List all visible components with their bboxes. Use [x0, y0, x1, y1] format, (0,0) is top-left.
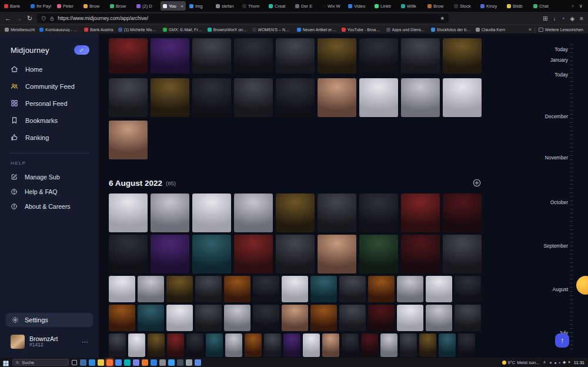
- archive-thumbnail[interactable]: [234, 78, 273, 117]
- archive-thumbnail[interactable]: [318, 235, 356, 273]
- toolbar-extension-icon[interactable]: ⊞: [543, 15, 547, 22]
- archive-thumbnail[interactable]: [192, 38, 231, 74]
- archive-thumbnail[interactable]: [109, 276, 135, 302]
- archive-thumbnail[interactable]: [109, 305, 135, 331]
- archive-thumbnail[interactable]: [310, 305, 337, 331]
- archive-thumbnail[interactable]: [443, 38, 482, 74]
- archive-thumbnail[interactable]: [322, 333, 339, 357]
- scroll-to-top-button[interactable]: ↑: [555, 333, 569, 348]
- browser-tab[interactable]: Chat: [531, 1, 556, 11]
- taskbar-app-icon[interactable]: [168, 359, 175, 366]
- url-bar[interactable]: https://www.midjourney.com/app/archive/ …: [37, 14, 449, 23]
- timeline-month-january[interactable]: January: [550, 57, 568, 63]
- archive-thumbnail[interactable]: [151, 235, 189, 273]
- archive-thumbnail[interactable]: [443, 235, 482, 273]
- archive-thumbnail[interactable]: [455, 276, 481, 302]
- archive-thumbnail[interactable]: [109, 193, 148, 232]
- tray-icon[interactable]: ▾: [568, 360, 570, 365]
- browser-tab[interactable]: Willk: [399, 1, 424, 11]
- archive-thumbnail[interactable]: [109, 38, 148, 74]
- user-menu-icon[interactable]: ⋯: [82, 338, 88, 346]
- archive-thumbnail[interactable]: [283, 333, 300, 357]
- new-prompt-button[interactable]: [74, 45, 89, 55]
- browser-tab[interactable]: Brow: [425, 1, 450, 11]
- archive-thumbnail[interactable]: [318, 193, 356, 232]
- shield-icon[interactable]: [41, 16, 46, 21]
- tray-icon[interactable]: ●: [554, 361, 556, 365]
- archive-thumbnail[interactable]: [426, 305, 452, 331]
- archive-thumbnail[interactable]: [234, 38, 273, 74]
- tray-icon[interactable]: ▴: [550, 360, 552, 365]
- browser-tab[interactable]: Brow: [108, 1, 133, 11]
- archive-thumbnail[interactable]: [359, 193, 398, 232]
- archive-thumbnail[interactable]: [282, 305, 308, 331]
- taskbar-app-icon[interactable]: [142, 359, 148, 366]
- bookmark-item[interactable]: (1) Michelle Monique...: [118, 28, 158, 32]
- reload-button[interactable]: ↻: [27, 15, 32, 22]
- browser-tab[interactable]: Bank: [2, 1, 27, 11]
- archive-thumbnail[interactable]: [276, 235, 315, 273]
- browser-tab[interactable]: Stock: [452, 1, 477, 11]
- archive-thumbnail[interactable]: [359, 38, 398, 74]
- archive-thumbnail[interactable]: [397, 305, 423, 331]
- sidebar-item-settings[interactable]: Settings: [6, 313, 93, 327]
- bookmark-item[interactable]: Meistbesucht: [5, 28, 35, 32]
- archive-thumbnail[interactable]: [109, 78, 148, 117]
- archive-thumbnail[interactable]: [310, 276, 337, 302]
- archive-thumbnail[interactable]: [192, 78, 231, 117]
- back-button[interactable]: ←: [5, 15, 11, 22]
- toolbar-extension-icon[interactable]: ↓: [553, 15, 556, 22]
- sidebar-item-ranking[interactable]: Ranking: [0, 129, 99, 146]
- archive-thumbnail[interactable]: [253, 276, 279, 302]
- archive-thumbnail[interactable]: [443, 193, 482, 232]
- archive-thumbnail[interactable]: [224, 276, 250, 302]
- archive-thumbnail[interactable]: [195, 305, 222, 331]
- bookmark-item[interactable]: Claudia Kern: [476, 28, 505, 32]
- archive-thumbnail[interactable]: [192, 193, 231, 232]
- archive-thumbnail[interactable]: [128, 333, 145, 357]
- tab-scroll-right-icon[interactable]: ›: [572, 3, 573, 9]
- taskbar-app-icon[interactable]: [98, 359, 104, 366]
- bookmark-item[interactable]: Bank Austria: [84, 28, 113, 32]
- bookmark-item[interactable]: Stockfotos der besten ...: [431, 28, 471, 32]
- archive-thumbnail[interactable]: [282, 276, 308, 302]
- browser-tab[interactable]: Ihr PayP: [28, 1, 54, 11]
- archive-thumbnail[interactable]: [419, 333, 436, 357]
- bookmark-item[interactable]: Neuen Artikel erstellen...: [297, 28, 337, 32]
- taskbar-app-icon[interactable]: [115, 359, 122, 366]
- archive-thumbnail[interactable]: [318, 38, 356, 74]
- browser-tab[interactable]: Img: [187, 1, 212, 11]
- browser-tab[interactable]: Creat: [266, 1, 292, 11]
- timeline-month-today[interactable]: Today: [554, 46, 568, 52]
- archive-thumbnail[interactable]: [455, 305, 481, 331]
- bookmark-item[interactable]: WOMEN'S – NVGTN: [252, 28, 292, 32]
- archive-thumbnail[interactable]: [195, 276, 222, 302]
- archive-thumbnail[interactable]: [245, 333, 262, 357]
- taskbar-app-icon[interactable]: [124, 359, 131, 366]
- sidebar-item-about-careers[interactable]: About & Careers: [0, 199, 99, 213]
- taskbar-app-icon[interactable]: [195, 359, 201, 366]
- bookmark-item[interactable]: BrownzWorX on devia...: [208, 28, 248, 32]
- sidebar-item-bookmarks[interactable]: Bookmarks: [0, 112, 99, 129]
- toolbar-extension-icon[interactable]: ◔: [561, 15, 564, 22]
- archive-thumbnail[interactable]: [166, 305, 193, 331]
- other-bookmarks-button[interactable]: Weitere Lesezeichen: [535, 28, 583, 32]
- archive-thumbnail[interactable]: [109, 333, 126, 357]
- archive-thumbnail[interactable]: [253, 305, 279, 331]
- browser-tab[interactable]: Kinzy: [478, 1, 503, 11]
- bookmark-item[interactable]: YouTube - Broadcast ...: [342, 28, 382, 32]
- taskbar-search[interactable]: Suche: [12, 359, 69, 366]
- forward-button[interactable]: →: [16, 15, 22, 22]
- taskbar-app-icon[interactable]: [106, 359, 113, 366]
- browser-tab[interactable]: stefan: [213, 1, 239, 11]
- sidebar-item-community-feed[interactable]: Community Feed: [0, 78, 99, 95]
- archive-thumbnail[interactable]: [339, 276, 366, 302]
- timeline-month-august[interactable]: August: [553, 286, 568, 292]
- tray-icon[interactable]: ◆: [563, 360, 566, 365]
- archive-thumbnail[interactable]: [264, 333, 281, 357]
- archive-thumbnail[interactable]: [151, 38, 189, 74]
- archive-thumbnail[interactable]: [166, 276, 193, 302]
- browser-tab[interactable]: Peter: [55, 1, 80, 11]
- taskbar-app-icon[interactable]: [133, 359, 139, 366]
- taskbar-app-icon[interactable]: [151, 359, 157, 366]
